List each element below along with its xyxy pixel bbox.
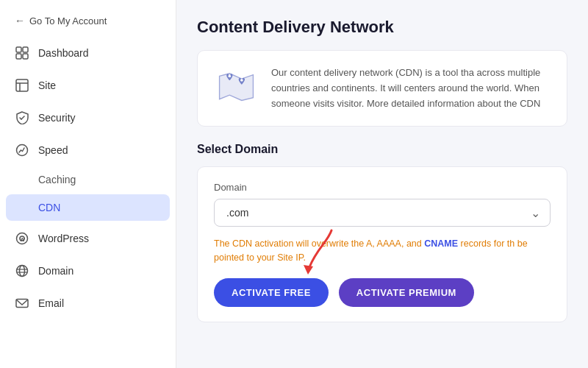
sidebar-item-wordpress[interactable]: W WordPress [0,222,176,255]
sidebar-item-security[interactable]: Security [0,102,176,134]
svg-rect-4 [16,79,28,91]
svg-point-19 [240,79,243,82]
button-row: ACTIVATE FREE ACTIVATE PREMIUM [214,278,551,307]
svg-point-14 [20,266,25,277]
sidebar-item-wordpress-label: WordPress [38,233,89,244]
activate-premium-button[interactable]: ACTIVATE PREMIUM [339,278,474,307]
domain-select[interactable]: .com [214,199,551,227]
back-arrow-icon: ← [15,15,25,26]
page-title: Content Delivery Network [197,18,567,37]
warning-text: The CDN activation will overwrite the A,… [214,237,551,265]
svg-point-9 [17,145,28,156]
sidebar: ← Go To My Account Dashboard Site [0,0,176,368]
sidebar-item-speed-label: Speed [38,144,68,156]
sidebar-item-dashboard[interactable]: Dashboard [0,37,176,69]
svg-rect-1 [23,47,28,52]
section-title: Select Domain [197,143,567,156]
svg-point-18 [228,74,231,77]
sidebar-item-email[interactable]: Email [0,287,176,319]
sidebar-sub-cdn-label: CDN [38,202,60,213]
sidebar-sub-item-caching[interactable]: Caching [0,166,176,193]
arrow-annotation [287,227,346,281]
sidebar-item-speed[interactable]: Speed [0,134,176,166]
sidebar-item-site[interactable]: Site [0,69,176,102]
info-text: Our content delivery network (CDN) is a … [271,66,551,111]
activate-free-button[interactable]: ACTIVATE FREE [214,278,329,307]
svg-point-13 [17,266,28,277]
svg-rect-3 [23,54,28,59]
sidebar-item-domain-label: Domain [38,265,74,277]
domain-label: Domain [214,182,551,193]
svg-marker-20 [304,265,313,275]
svg-rect-2 [16,54,21,59]
warning-highlight: CNAME [424,238,458,249]
speed-icon [15,143,29,158]
sidebar-item-security-label: Security [38,112,76,124]
security-icon [15,110,29,125]
svg-line-8 [21,116,24,119]
site-icon [15,78,29,93]
wordpress-icon: W [15,231,29,246]
back-link[interactable]: ← Go To My Account [0,7,176,37]
dashboard-icon [15,46,29,60]
cdn-map-icon [214,66,258,110]
sidebar-sub-item-cdn[interactable]: CDN [6,194,170,221]
svg-rect-0 [16,47,21,52]
back-label: Go To My Account [29,15,107,26]
info-card: Our content delivery network (CDN) is a … [197,50,567,127]
svg-text:W: W [20,236,26,243]
domain-icon [15,263,29,278]
sidebar-item-email-label: Email [38,297,64,309]
sidebar-item-dashboard-label: Dashboard [38,47,89,59]
domain-select-wrapper: .com ⌄ [214,199,551,227]
sidebar-item-domain[interactable]: Domain [0,255,176,287]
domain-card: Domain .com ⌄ The CDN activation will ov… [197,166,567,322]
sidebar-sub-caching-label: Caching [38,174,76,185]
sidebar-item-site-label: Site [38,79,56,91]
email-icon [15,296,29,311]
main-content: Content Delivery Network Our content del… [176,0,588,368]
